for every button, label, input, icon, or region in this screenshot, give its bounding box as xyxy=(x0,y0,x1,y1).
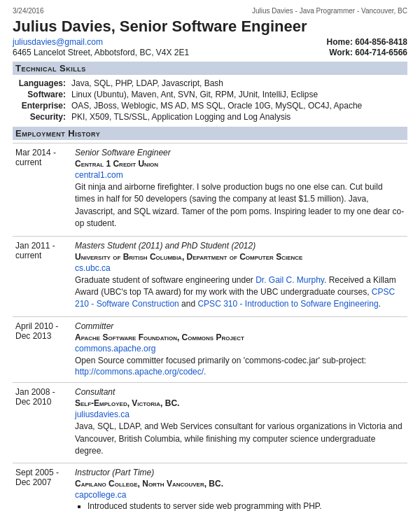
date-end: Dec 2007 xyxy=(15,477,51,487)
top-bar: 3/24/2016 Julius Davies - Java Programme… xyxy=(13,7,407,15)
email-link[interactable]: juliusdavies@gmail.com xyxy=(13,37,103,47)
top-center: Julius Davies - Java Programmer - Vancou… xyxy=(252,7,407,15)
date-range: Sept 2005 - Dec 2007 xyxy=(13,463,72,511)
skills-row: Enterprise:OAS, JBoss, Weblogic, MS AD, … xyxy=(13,100,407,111)
job-description: Graduate student of software engineering… xyxy=(75,274,405,311)
sub-link-anchor[interactable]: http://commons.apache.org/codec/. xyxy=(75,367,206,377)
job-title: Committer xyxy=(75,321,405,331)
bullet-list: Introduced students to server side web p… xyxy=(88,501,405,511)
skill-value: Java, SQL, PHP, LDAP, Javascript, Bash xyxy=(69,78,407,89)
company-link[interactable]: juliusdavies.ca xyxy=(75,410,405,419)
skill-label: Software: xyxy=(13,89,69,100)
company-name: Central 1 Credit Union xyxy=(75,159,405,169)
desc-link[interactable]: CPSC 310 - Introduction to Sofware Engin… xyxy=(197,299,378,309)
job-title: Senior Software Engineer xyxy=(75,148,405,158)
employment-row: Jan 2008 - Dec 2010 ConsultantSelf-Emplo… xyxy=(13,383,407,463)
job-title: Instructor (Part Time) xyxy=(75,468,405,477)
company-link[interactable]: cs.ubc.ca xyxy=(75,263,405,273)
company-name: University of British Columbia, Departme… xyxy=(75,252,405,262)
skill-label: Languages: xyxy=(13,78,69,89)
top-date: 3/24/2016 xyxy=(13,7,44,15)
date-range: Jan 2011 - current xyxy=(13,236,72,316)
date-start: Sept 2005 - xyxy=(15,468,59,477)
job-description: Git ninja and airborne firefighter. I so… xyxy=(75,181,405,230)
sub-link[interactable]: http://commons.apache.org/codec/. xyxy=(75,367,405,377)
skills-row: Security:PKI, X509, TLS/SSL, Application… xyxy=(13,111,407,122)
employment-row: Sept 2005 - Dec 2007 Instructor (Part Ti… xyxy=(13,463,407,511)
company-name: Self-Employed, Victoria, BC. xyxy=(75,398,405,408)
company-name: Apache Software Foundation, Commons Proj… xyxy=(75,332,405,342)
date-end: current xyxy=(15,158,41,167)
date-start: Jan 2008 - xyxy=(15,387,55,397)
address-row: 6465 Lancelot Street, Abbotsford, BC, V4… xyxy=(13,48,407,57)
technical-skills-header: Technical Skills xyxy=(13,62,407,75)
company-link[interactable]: central1.com xyxy=(75,170,405,180)
company-anchor[interactable]: juliusdavies.ca xyxy=(75,410,130,419)
email-anchor[interactable]: juliusdavies@gmail.com xyxy=(13,37,103,47)
company-link[interactable]: commons.apache.org xyxy=(75,344,405,354)
company-anchor[interactable]: capcollege.ca xyxy=(75,490,126,500)
job-description: Java, SQL, LDAP, and Web Services consul… xyxy=(75,421,405,457)
date-start: Jan 2011 - xyxy=(15,241,55,251)
skill-value: PKI, X509, TLS/SSL, Application Logging … xyxy=(69,111,407,122)
date-start: April 2010 - xyxy=(15,321,58,331)
desc-link[interactable]: Dr. Gail C. Murphy xyxy=(255,275,324,285)
company-anchor[interactable]: cs.ubc.ca xyxy=(75,263,111,273)
job-detail: ConsultantSelf-Employed, Victoria, BC.ju… xyxy=(72,383,407,463)
skills-table: Languages:Java, SQL, PHP, LDAP, Javascri… xyxy=(13,78,407,122)
job-description: Open Source committer focused primarily … xyxy=(75,355,405,367)
job-detail: Senior Software EngineerCentral 1 Credit… xyxy=(72,144,407,237)
employment-table: Mar 2014 - current Senior Software Engin… xyxy=(13,143,407,511)
date-end: Dec 2010 xyxy=(15,397,51,407)
date-range: April 2010 - Dec 2013 xyxy=(13,316,72,382)
work-phone: Work: 604-714-6566 xyxy=(329,48,407,57)
employment-row: Mar 2014 - current Senior Software Engin… xyxy=(13,144,407,237)
company-link[interactable]: capcollege.ca xyxy=(75,490,405,500)
date-end: current xyxy=(15,251,41,260)
address: 6465 Lancelot Street, Abbotsford, BC, V4… xyxy=(13,48,189,57)
date-start: Mar 2014 - xyxy=(15,148,56,158)
skill-label: Enterprise: xyxy=(13,100,69,111)
employment-row: April 2010 - Dec 2013 CommitterApache So… xyxy=(13,316,407,382)
company-name: Capilano College, North Vancouver, BC. xyxy=(75,479,405,489)
home-phone: Home: 604-856-8418 xyxy=(327,37,407,47)
bullet-item: Introduced students to server side web p… xyxy=(88,501,405,511)
job-detail: CommitterApache Software Foundation, Com… xyxy=(72,316,407,382)
job-detail: Instructor (Part Time)Capilano College, … xyxy=(72,463,407,511)
job-title: Masters Student (2011) and PhD Student (… xyxy=(75,241,405,251)
page-title: Julius Davies, Senior Software Engineer xyxy=(13,18,407,36)
contact-row-1: juliusdavies@gmail.com Home: 604-856-841… xyxy=(13,37,407,47)
skill-label: Security: xyxy=(13,111,69,122)
skills-row: Software:Linux (Ubuntu), Maven, Ant, SVN… xyxy=(13,89,407,100)
company-anchor[interactable]: central1.com xyxy=(75,170,123,180)
date-range: Mar 2014 - current xyxy=(13,144,72,237)
date-range: Jan 2008 - Dec 2010 xyxy=(13,383,72,463)
skill-value: OAS, JBoss, Weblogic, MS AD, MS SQL, Ora… xyxy=(69,100,407,111)
skill-value: Linux (Ubuntu), Maven, Ant, SVN, Git, RP… xyxy=(69,89,407,100)
skills-row: Languages:Java, SQL, PHP, LDAP, Javascri… xyxy=(13,78,407,89)
date-end: Dec 2013 xyxy=(15,331,51,341)
job-title: Consultant xyxy=(75,387,405,397)
employment-row: Jan 2011 - current Masters Student (2011… xyxy=(13,236,407,316)
employment-history-header: Employment History xyxy=(13,127,407,140)
job-detail: Masters Student (2011) and PhD Student (… xyxy=(72,236,407,316)
company-anchor[interactable]: commons.apache.org xyxy=(75,344,155,354)
